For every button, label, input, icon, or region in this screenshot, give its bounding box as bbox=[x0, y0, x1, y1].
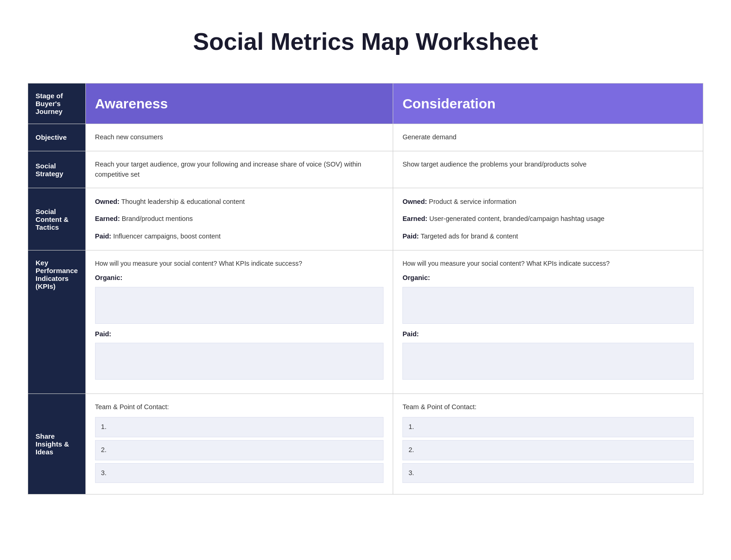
awareness-paid-label: Paid: bbox=[95, 232, 111, 240]
consideration-header-label: Consideration bbox=[402, 96, 496, 111]
awareness-earned-text: Brand/product mentions bbox=[120, 215, 193, 222]
kpi-consideration-organic-input[interactable] bbox=[402, 287, 694, 324]
share-insights-awareness-item-1[interactable]: 1. bbox=[95, 417, 383, 437]
share-insights-label-cell: Share Insights & Ideas bbox=[28, 394, 86, 494]
stage-header-cell: Stage of Buyer's Journey bbox=[28, 83, 86, 124]
awareness-paid-block: Paid: Influencer campaigns, boost conten… bbox=[95, 231, 383, 242]
share-insights-consideration-item-1[interactable]: 1. bbox=[402, 417, 694, 437]
social-strategy-awareness-cell: Reach your target audience, grow your fo… bbox=[85, 151, 393, 188]
social-strategy-consideration-cell: Show target audience the problems your b… bbox=[393, 151, 703, 188]
consideration-paid-block: Paid: Targeted ads for brand & content bbox=[402, 231, 694, 242]
page-title: Social Metrics Map Worksheet bbox=[28, 18, 703, 65]
social-strategy-awareness-text: Reach your target audience, grow your fo… bbox=[95, 161, 361, 178]
kpi-awareness-organic-input[interactable] bbox=[95, 287, 383, 324]
awareness-header-cell: Awareness bbox=[85, 83, 393, 124]
objective-row: Objective Reach new consumers Generate d… bbox=[28, 124, 703, 151]
social-strategy-label-cell: Social Strategy bbox=[28, 151, 86, 188]
kpi-consideration-question: How will you measure your social content… bbox=[402, 259, 694, 268]
awareness-owned-label: Owned: bbox=[95, 198, 120, 205]
kpi-label-cell: Key Performance Indicators (KPIs) bbox=[28, 250, 86, 394]
social-content-label-cell: Social Content & Tactics bbox=[28, 188, 86, 250]
share-insights-awareness-list: 1. 2. 3. bbox=[95, 417, 383, 483]
social-content-row: Social Content & Tactics Owned: Thought … bbox=[28, 188, 703, 250]
consideration-owned-text: Product & service information bbox=[427, 198, 516, 205]
consideration-owned-label: Owned: bbox=[402, 198, 427, 205]
social-content-awareness-cell: Owned: Thought leadership & educational … bbox=[85, 188, 393, 250]
stage-header-label: Stage of Buyer's Journey bbox=[36, 92, 63, 115]
kpi-consideration-paid-label: Paid: bbox=[402, 329, 694, 340]
kpi-row: Key Performance Indicators (KPIs) How wi… bbox=[28, 250, 703, 394]
kpi-awareness-organic-label: Organic: bbox=[95, 273, 383, 283]
social-content-consideration-cell: Owned: Product & service information Ear… bbox=[393, 188, 703, 250]
social-strategy-consideration-text: Show target audience the problems your b… bbox=[402, 161, 587, 168]
social-content-label: Social Content & Tactics bbox=[36, 208, 69, 231]
awareness-owned-text: Thought leadership & educational content bbox=[120, 198, 245, 205]
consideration-earned-block: Earned: User-generated content, branded/… bbox=[402, 214, 694, 224]
kpi-consideration-organic-label: Organic: bbox=[402, 273, 694, 283]
consideration-paid-label: Paid: bbox=[402, 232, 419, 240]
share-insights-consideration-cell: Team & Point of Contact: 1. 2. 3. bbox=[393, 394, 703, 494]
share-insights-consideration-list: 1. 2. 3. bbox=[402, 417, 694, 483]
share-insights-consideration-team-label: Team & Point of Contact: bbox=[402, 402, 694, 412]
kpi-label: Key Performance Indicators (KPIs) bbox=[36, 259, 78, 290]
worksheet-table: Stage of Buyer's Journey Awareness Consi… bbox=[28, 83, 703, 494]
consideration-owned-block: Owned: Product & service information bbox=[402, 197, 694, 207]
awareness-header-label: Awareness bbox=[95, 96, 168, 111]
share-insights-consideration-item-2[interactable]: 2. bbox=[402, 440, 694, 460]
share-insights-awareness-item-2[interactable]: 2. bbox=[95, 440, 383, 460]
share-insights-label: Share Insights & Ideas bbox=[36, 432, 69, 456]
awareness-owned-block: Owned: Thought leadership & educational … bbox=[95, 197, 383, 207]
consideration-earned-label: Earned: bbox=[402, 215, 427, 222]
kpi-awareness-paid-input[interactable] bbox=[95, 343, 383, 380]
objective-awareness-cell: Reach new consumers bbox=[85, 124, 393, 151]
objective-awareness-text: Reach new consumers bbox=[95, 133, 163, 141]
kpi-consideration-cell: How will you measure your social content… bbox=[393, 250, 703, 394]
share-insights-awareness-team-label: Team & Point of Contact: bbox=[95, 402, 383, 412]
share-insights-row: Share Insights & Ideas Team & Point of C… bbox=[28, 394, 703, 494]
consideration-paid-text: Targeted ads for brand & content bbox=[419, 232, 518, 240]
kpi-awareness-cell: How will you measure your social content… bbox=[85, 250, 393, 394]
objective-consideration-text: Generate demand bbox=[402, 133, 456, 141]
awareness-paid-text: Influencer campaigns, boost content bbox=[111, 232, 221, 240]
share-insights-awareness-cell: Team & Point of Contact: 1. 2. 3. bbox=[85, 394, 393, 494]
awareness-earned-label: Earned: bbox=[95, 215, 120, 222]
kpi-awareness-question: How will you measure your social content… bbox=[95, 259, 383, 268]
awareness-earned-block: Earned: Brand/product mentions bbox=[95, 214, 383, 224]
consideration-header-cell: Consideration bbox=[393, 83, 703, 124]
kpi-consideration-paid-input[interactable] bbox=[402, 343, 694, 380]
header-row: Stage of Buyer's Journey Awareness Consi… bbox=[28, 83, 703, 124]
share-insights-awareness-item-3[interactable]: 3. bbox=[95, 463, 383, 483]
objective-label-cell: Objective bbox=[28, 124, 86, 151]
objective-label: Objective bbox=[36, 133, 67, 141]
objective-consideration-cell: Generate demand bbox=[393, 124, 703, 151]
kpi-awareness-paid-label: Paid: bbox=[95, 329, 383, 340]
social-strategy-label: Social Strategy bbox=[36, 162, 63, 178]
consideration-earned-text: User-generated content, branded/campaign… bbox=[427, 215, 605, 222]
share-insights-consideration-item-3[interactable]: 3. bbox=[402, 463, 694, 483]
social-strategy-row: Social Strategy Reach your target audien… bbox=[28, 151, 703, 188]
